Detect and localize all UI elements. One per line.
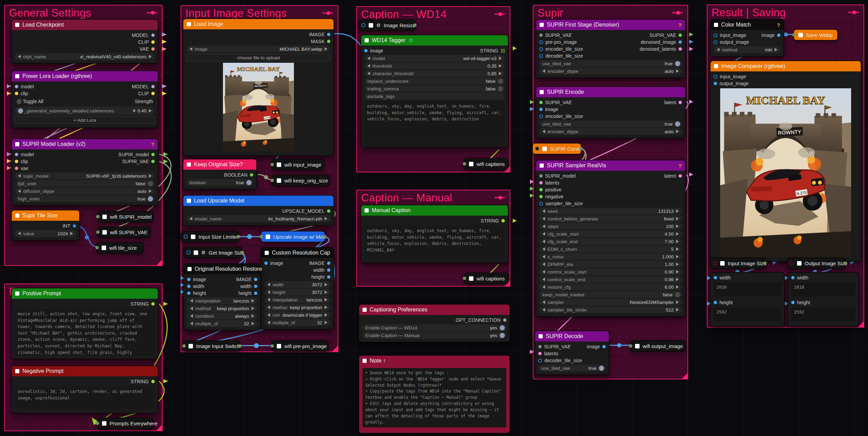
combo-left-arrow[interactable] (267, 283, 270, 286)
output-port-latent[interactable] (678, 174, 682, 178)
input-port-supir-vae[interactable] (538, 345, 542, 348)
group-title[interactable]: Supir (538, 7, 563, 19)
upload-button[interactable]: choose file to upload (186, 54, 330, 61)
widget-use-tiled-vae[interactable]: use_tiled_vaetrue (539, 60, 682, 67)
input-port-latents[interactable] (539, 181, 543, 185)
combo-left-arrow[interactable] (542, 217, 545, 220)
node-manual-caption[interactable]: Manual Caption STRING outdoors, sky, day… (361, 205, 508, 262)
collapse-square-icon[interactable] (102, 215, 107, 219)
group-pin-icon[interactable] (848, 10, 859, 15)
node-wifi-supir-vae[interactable]: wifi SUPIR_VAE (98, 227, 150, 237)
collapsed-input-ring[interactable] (535, 147, 539, 151)
collapse-square-icon[interactable] (15, 291, 19, 296)
collapse-square-icon[interactable] (469, 162, 473, 166)
node-negative-prompt[interactable]: Negative Prompt STRING unrealistic, 3d, … (12, 366, 158, 413)
input-port[interactable] (96, 215, 100, 218)
node-keep-original-size[interactable]: Keep Original Size? BOOLEAN booleantrue (183, 159, 256, 189)
collapse-square-icon[interactable] (714, 64, 718, 68)
combo-left-arrow[interactable] (542, 278, 545, 281)
collapse-square-icon[interactable] (635, 344, 640, 348)
node-wifi-output-image[interactable]: wifi output_image (631, 341, 685, 351)
input-port[interactable] (95, 246, 99, 249)
help-icon[interactable]: ? (777, 22, 780, 28)
collapse-square-icon[interactable] (542, 147, 547, 151)
output-port-opt-connection[interactable] (503, 318, 507, 322)
collapse-square-icon[interactable] (365, 38, 369, 42)
widget-fp8-unet[interactable]: fp8_unetfalse (15, 180, 155, 187)
input-port[interactable] (463, 162, 466, 166)
widget-replace-underscore[interactable]: replace_underscorefalse (364, 78, 505, 85)
output-port-upscale-model[interactable] (327, 209, 330, 213)
node-wifi-input-image[interactable]: wifi input_image (272, 159, 324, 170)
input-port[interactable] (629, 344, 632, 348)
wd14-tags-textarea[interactable]: outdoors, sky, day, english_text, no_hum… (364, 101, 505, 143)
collapse-square-icon[interactable] (369, 23, 373, 28)
input-port[interactable] (270, 344, 274, 348)
input-port-height[interactable] (791, 301, 795, 304)
combo-left-arrow[interactable] (18, 189, 21, 193)
output-port-model[interactable] (151, 33, 155, 37)
node-output-size-display[interactable]: width 2016 height 2592 (788, 272, 858, 326)
combo-right-arrow[interactable] (325, 290, 327, 294)
help-icon[interactable]: ? (151, 141, 154, 147)
combo-left-arrow[interactable] (542, 209, 545, 213)
widget-use-tiled-vae[interactable]: use_tiled_vaetrue (539, 120, 682, 127)
combo-right-arrow[interactable] (676, 232, 679, 236)
output-port-width[interactable] (254, 285, 257, 288)
input-port-width[interactable] (187, 285, 191, 288)
combo-left-arrow[interactable] (190, 307, 193, 310)
collapse-square-icon[interactable] (102, 421, 106, 426)
toggle-knob[interactable] (500, 333, 505, 338)
combo-right-arrow[interactable] (676, 308, 679, 311)
input-port[interactable] (182, 344, 186, 348)
combo-left-arrow[interactable] (267, 321, 270, 324)
output-port[interactable] (413, 23, 417, 27)
toggle-knob[interactable] (675, 292, 680, 297)
output-port-boolean[interactable] (250, 173, 253, 177)
node-header[interactable]: SUPIR Encode (536, 87, 685, 97)
node-header[interactable]: SUPIR Sampler RealVis? (536, 160, 685, 171)
output-port-model[interactable] (151, 85, 155, 88)
node-color-match[interactable]: Color Match? input_imageimage output_ima… (711, 20, 784, 56)
input-port[interactable] (259, 235, 263, 238)
node-header[interactable]: Manual Caption (361, 205, 508, 216)
combo-right-arrow[interactable] (676, 130, 679, 133)
node-header[interactable]: Load Image (183, 19, 334, 29)
node-prompts-everywhere[interactable]: Prompts Everywhere (98, 418, 153, 428)
input-port[interactable] (270, 179, 274, 182)
output-port-height[interactable] (254, 291, 257, 295)
output-port-string[interactable] (501, 219, 505, 222)
widget-seed[interactable]: seed131313 (539, 208, 682, 215)
node-image-comparer[interactable]: Image Comparer (rgthree) input_image out… (711, 61, 861, 261)
input-port-clip[interactable] (15, 160, 18, 163)
output-port-string[interactable] (151, 302, 155, 306)
node-header[interactable]: Power Lora Loader (rgthree) (12, 71, 158, 81)
widget-trailing-comma[interactable]: trailing_commafalse (364, 85, 505, 92)
combo-right-arrow[interactable] (676, 278, 679, 281)
combo-left-arrow[interactable] (267, 290, 270, 294)
collapse-square-icon[interactable] (362, 308, 367, 312)
output-port-supir-model[interactable] (151, 153, 155, 156)
output-port-image[interactable] (777, 33, 780, 37)
toggle-knob[interactable] (148, 196, 153, 201)
group-pin-icon[interactable] (147, 10, 157, 15)
toggle-knob[interactable] (498, 79, 503, 84)
positive-prompt-textarea[interactable]: movie still, action shot, low angle, fro… (15, 309, 155, 355)
input-port-height[interactable] (714, 301, 717, 304)
widget-multiple-of[interactable]: multiple_of32 (187, 320, 257, 327)
widget-keep-model-loaded[interactable]: keep_model_loadedfalse (539, 291, 682, 298)
collapse-square-icon[interactable] (194, 250, 198, 255)
collapse-square-icon[interactable] (265, 251, 269, 255)
combo-left-arrow[interactable] (190, 322, 193, 325)
group-title[interactable]: Caption — WD14 (361, 8, 447, 21)
input-port[interactable] (96, 422, 99, 425)
widget-multiple-of[interactable]: multiple_of32 (264, 319, 330, 326)
combo-left-arrow[interactable] (542, 262, 545, 266)
widget-exclude-tags[interactable]: exclude_tags (364, 93, 505, 100)
combo-left-arrow[interactable] (267, 306, 270, 309)
output-port-image[interactable] (327, 33, 330, 36)
node-supir-sampler[interactable]: SUPIR Sampler RealVis? SUPIR_modellatent… (536, 160, 685, 316)
widget-width[interactable]: width3072 (264, 281, 330, 288)
node-header[interactable]: Supir Tile Size (12, 210, 79, 221)
combo-left-arrow[interactable] (367, 57, 370, 60)
